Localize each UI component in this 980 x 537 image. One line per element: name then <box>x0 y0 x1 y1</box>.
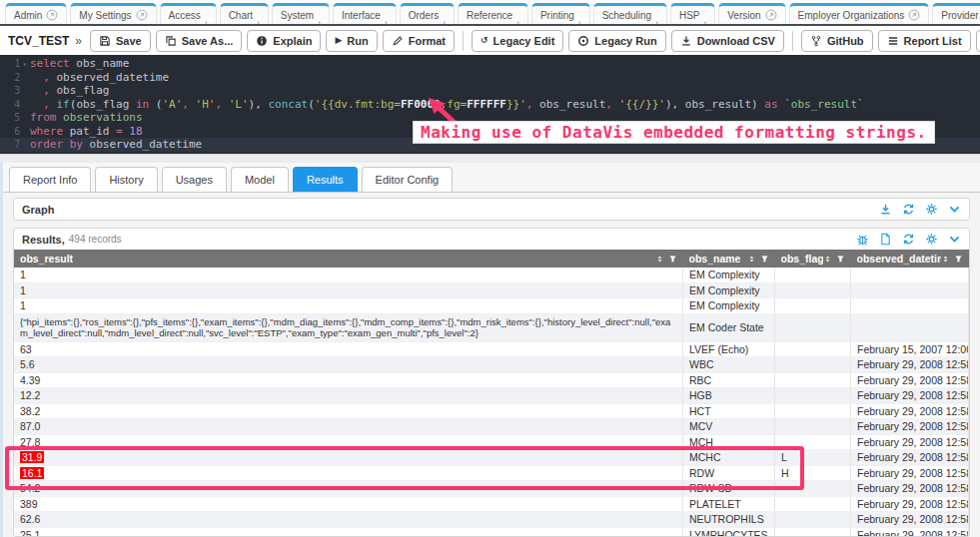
run-button[interactable]: ▶Run <box>326 30 377 52</box>
external-link-icon <box>765 9 777 21</box>
menu-item-version[interactable]: Version <box>718 3 785 24</box>
dropdown-indicator-icon: , <box>257 14 260 25</box>
report-list-icon <box>887 35 899 47</box>
menu-item-provider-management[interactable]: Provider Management <box>932 3 980 24</box>
tab-usages[interactable]: Usages <box>162 167 227 192</box>
refresh-icon[interactable] <box>902 233 915 246</box>
menu-item-scheduling[interactable]: Scheduling, <box>593 3 667 24</box>
menu-item-access[interactable]: Access, <box>160 3 217 24</box>
menu-item-chart[interactable]: Chart, <box>220 3 269 24</box>
legacy-run-icon <box>577 35 589 47</box>
tab-editor-config[interactable]: Editor Config <box>362 167 454 192</box>
menu-item-label: Admin <box>14 10 42 21</box>
bug-icon[interactable] <box>856 233 869 246</box>
menu-item-label: System <box>281 10 314 21</box>
menu-bar: Admin My Settings Access, Chart, System,… <box>0 0 980 24</box>
table-row[interactable]: 4.39 RBC February 29, 2008 12:58 PM <box>14 372 969 388</box>
formatted-result-value: 16.1 <box>20 467 44 479</box>
format-button[interactable]: Format <box>383 30 455 52</box>
cell-obs-name: EM Complexity <box>683 298 775 314</box>
refresh-icon[interactable] <box>902 203 915 216</box>
table-row[interactable]: 62.6 NEUTROPHILS February 29, 2008 12:58… <box>14 512 969 528</box>
table-row[interactable]: 5.6 WBC February 29, 2008 12:58 PM <box>14 357 969 373</box>
filter-icon[interactable] <box>760 255 769 264</box>
filter-icon[interactable] <box>954 255 963 264</box>
menu-item-label: My Settings <box>79 10 131 21</box>
dropdown-indicator-icon: , <box>516 14 519 25</box>
fold-icon[interactable]: ▾ <box>22 60 27 69</box>
table-row[interactable]: 16.1 RDW H February 29, 2008 12:58 PM <box>14 465 969 481</box>
menu-item-system[interactable]: System, <box>272 3 330 24</box>
dropdown-indicator-icon: , <box>205 14 208 25</box>
cell-observed-datetime: February 29, 2008 12:58 PM <box>851 481 969 497</box>
gear-icon[interactable] <box>925 203 938 216</box>
cell-obs-flag <box>775 512 851 528</box>
download-csv-button[interactable]: Download CSV <box>671 30 784 52</box>
tab-model[interactable]: Model <box>231 167 289 192</box>
gear-icon[interactable] <box>925 233 938 246</box>
cell-obs-flag <box>775 496 851 512</box>
explain-button[interactable]: Explain <box>247 30 321 52</box>
table-row[interactable]: 12.2 HGB February 29, 2008 12:58 PM <box>14 388 969 404</box>
sql-editor[interactable]: 1▾ select obs_name 2 , observed_datetime… <box>0 55 980 154</box>
menu-item-interface[interactable]: Interface, <box>333 3 397 24</box>
save-as-button[interactable]: Save As... <box>156 30 243 52</box>
line-number: 7 <box>0 138 30 152</box>
line-number: 1▾ <box>0 57 30 71</box>
legacy-run-button[interactable]: Legacy Run <box>568 30 665 52</box>
report-name[interactable]: TCV_TEST <box>8 34 69 48</box>
column-header-obs_flag[interactable]: obs_flag <box>775 250 851 268</box>
table-row[interactable]: 31.9 MCHC L February 29, 2008 12:58 PM <box>14 450 969 466</box>
sort-icon[interactable] <box>823 255 832 264</box>
chevron-down-icon[interactable] <box>948 233 961 246</box>
menu-item-reference[interactable]: Reference, <box>458 3 528 24</box>
cell-observed-datetime <box>851 313 969 341</box>
sort-icon[interactable] <box>655 255 664 264</box>
table-row[interactable]: 1 EM Complexity <box>14 282 969 298</box>
table-header-row: obs_result obs_name obs_flag observed_da… <box>14 250 969 268</box>
tab-history[interactable]: History <box>95 167 157 192</box>
tab-report-info[interactable]: Report Info <box>9 167 91 192</box>
model-button[interactable]: Model <box>976 30 980 52</box>
column-header-observed_datetime[interactable]: observed_datetime <box>851 250 969 268</box>
menu-item-orders[interactable]: Orders, <box>400 3 455 24</box>
table-row[interactable]: 1 EM Complexity <box>14 268 969 282</box>
save-button[interactable]: Save <box>90 30 151 52</box>
download-icon[interactable] <box>879 203 892 216</box>
table-row[interactable]: 38.2 HCT February 29, 2008 12:58 PM <box>14 403 969 419</box>
sort-icon[interactable] <box>941 255 950 264</box>
toolbar-separator <box>792 31 793 51</box>
cell-obs-result: 4.39 <box>14 372 683 388</box>
sort-icon[interactable] <box>747 255 756 264</box>
table-row[interactable]: 87.0 MCV February 29, 2008 12:58 PM <box>14 419 969 435</box>
table-row[interactable]: 389 PLATELET February 29, 2008 12:58 PM <box>14 496 969 512</box>
menu-item-employer-organizations[interactable]: Employer Organizations <box>789 3 930 24</box>
chevron-down-icon[interactable] <box>948 203 961 216</box>
lower-pane: Report InfoHistoryUsagesModelResultsEdit… <box>0 163 980 537</box>
file-icon[interactable] <box>879 233 892 246</box>
report-list-button[interactable]: Report List <box>878 30 971 52</box>
tab-results[interactable]: Results <box>293 167 358 192</box>
table-row[interactable]: 1 EM Complexity <box>14 298 969 314</box>
table-row[interactable]: {"hpi_items":{},"ros_items":{},"pfs_item… <box>14 313 969 341</box>
menu-item-my-settings[interactable]: My Settings <box>70 3 156 24</box>
github-button[interactable]: GitHub <box>801 30 873 52</box>
table-row[interactable]: 54.2 RDW-SD February 29, 2008 12:58 PM <box>14 481 969 497</box>
filter-icon[interactable] <box>668 255 677 264</box>
column-header-obs_result[interactable]: obs_result <box>14 250 683 268</box>
column-header-obs_name[interactable]: obs_name <box>683 250 775 268</box>
cell-obs-name: LYMPHOCYTES <box>683 527 775 537</box>
menu-item-hsp[interactable]: HSP, <box>670 3 715 24</box>
menu-item-label: Orders <box>409 10 440 21</box>
cell-observed-datetime: February 29, 2008 12:58 PM <box>851 512 969 528</box>
cell-obs-flag <box>775 481 851 497</box>
table-row[interactable]: 27.8 MCH February 29, 2008 12:58 PM <box>14 434 969 450</box>
filter-icon[interactable] <box>836 255 845 264</box>
menu-item-label: Provider Management <box>941 10 980 21</box>
legacy-edit-button[interactable]: ↺Legacy Edit <box>472 30 563 52</box>
line-number: 3 <box>0 84 30 98</box>
menu-item-admin[interactable]: Admin <box>5 3 67 24</box>
table-row[interactable]: 63 LVEF (Echo) February 15, 2007 12:00 A… <box>14 341 969 357</box>
menu-item-printing[interactable]: Printing, <box>531 3 590 24</box>
table-row[interactable]: 25.1 LYMPHOCYTES February 29, 2008 12:58… <box>14 527 969 537</box>
